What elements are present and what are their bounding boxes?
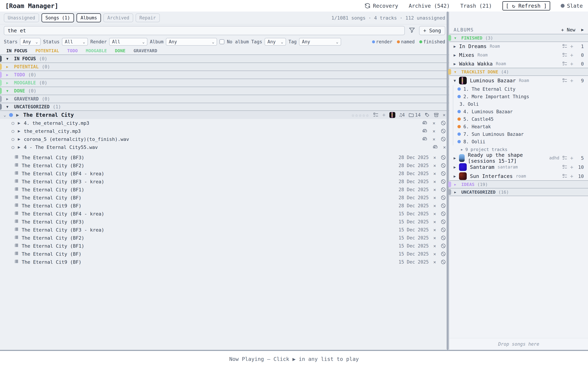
section-uncategorized[interactable]: ▼UNCATEGORIZED(1) xyxy=(0,103,449,111)
archive-button[interactable]: Archive (542) xyxy=(409,3,450,9)
ban-icon[interactable] xyxy=(441,235,446,241)
track-item[interactable]: 3. Ooli xyxy=(453,100,588,108)
filter-funnel-icon[interactable] xyxy=(409,27,415,34)
expand-chevron-icon[interactable]: ▶ xyxy=(454,165,456,169)
close-icon[interactable]: × xyxy=(443,112,446,118)
trash-button[interactable]: Trash (21) xyxy=(460,3,492,9)
status-tab-graveyard[interactable]: GRAVEYARD xyxy=(134,48,157,53)
add-song-button[interactable]: + Song xyxy=(419,26,445,35)
album-row[interactable]: ▶ In Dreams Roam +1 xyxy=(450,42,588,51)
tracklist-icon[interactable] xyxy=(562,78,567,83)
track-item[interactable]: 1. The Eternal City xyxy=(453,85,588,93)
section-in-focus[interactable]: ▼IN FOCUS(0) xyxy=(0,55,449,63)
radio-circle-icon[interactable]: ○ xyxy=(12,120,14,126)
ban-icon[interactable] xyxy=(441,219,446,224)
ban-icon[interactable] xyxy=(441,171,446,176)
version-row[interactable]: The Eternal City (BF2)15 Dec 2025× xyxy=(0,234,449,242)
tracklist-icon[interactable] xyxy=(373,112,379,118)
remove-icon[interactable]: × xyxy=(432,128,435,134)
refresh-button[interactable]: [ ↻ Refresh ] xyxy=(502,1,550,10)
section-done[interactable]: ▼DONE(0) xyxy=(0,87,449,95)
remove-icon[interactable]: × xyxy=(433,259,436,265)
ban-icon[interactable] xyxy=(441,187,446,192)
ban-icon[interactable] xyxy=(441,195,446,200)
expand-chevron-icon[interactable]: ▶ xyxy=(454,62,456,66)
album-row[interactable]: ▶ Sun Interfaces roam +10 xyxy=(450,172,588,181)
song-row[interactable]: ⌄ ▶ The Eternal City ☆☆☆☆☆ + ♫4 14 × xyxy=(0,111,449,119)
track-item[interactable]: 2. More Important Things xyxy=(453,93,588,100)
expand-chevron-icon[interactable]: ▶ xyxy=(454,53,456,57)
file-row[interactable]: ○▶ 4. the_eternal_city.mp3 × xyxy=(0,119,449,127)
ban-icon[interactable] xyxy=(441,251,446,257)
version-row[interactable]: The Eternal City (BF1)28 Dec 2025× xyxy=(0,186,449,194)
add-icon[interactable]: + xyxy=(570,155,573,161)
play-icon[interactable]: ▶ xyxy=(16,112,19,118)
version-row[interactable]: The Eternal City (BF3 - krea)15 Dec 2025… xyxy=(0,226,449,234)
file-row[interactable]: ○▶ corona_5 (eternalcity)(to_finish).wav… xyxy=(0,135,449,143)
version-row[interactable]: The Eternal City (BF)28 Dec 2025× xyxy=(0,194,449,202)
track-item[interactable]: 8. Oolii xyxy=(453,138,588,145)
album-art-thumbnail[interactable] xyxy=(389,112,395,118)
status-tab-done[interactable]: DONE xyxy=(115,48,125,53)
no-album-checkbox[interactable] xyxy=(219,39,224,44)
ban-icon[interactable] xyxy=(441,203,446,208)
tracklist-icon[interactable] xyxy=(562,53,567,58)
expand-chevron-icon[interactable]: ▶ xyxy=(454,156,456,160)
new-album-button[interactable]: + New xyxy=(561,27,575,33)
tab-archived[interactable]: Archived xyxy=(104,13,133,22)
status-tab-todo[interactable]: TODO xyxy=(67,48,78,53)
tag-icon[interactable] xyxy=(424,112,430,118)
album-row-luminous[interactable]: ▼ Luminous Bazaar Roam +9 xyxy=(450,76,588,85)
version-row[interactable]: The Eternal City (BF3)15 Dec 2025× xyxy=(0,218,449,226)
ban-icon[interactable] xyxy=(441,163,446,168)
albums-group-ideas[interactable]: ▶IDEAS(19) xyxy=(450,180,588,188)
play-icon[interactable]: ▶ xyxy=(581,27,584,32)
drive-icon[interactable] xyxy=(432,144,438,150)
slate-toggle[interactable]: Slate xyxy=(561,3,583,9)
remove-icon[interactable]: × xyxy=(433,179,436,184)
ban-icon[interactable] xyxy=(441,211,446,216)
remove-icon[interactable]: × xyxy=(433,243,436,249)
play-icon[interactable]: ▶ xyxy=(18,145,20,150)
radio-circle-icon[interactable]: ○ xyxy=(12,128,14,134)
status-select[interactable]: All⌄ xyxy=(62,38,88,46)
tracklist-icon[interactable] xyxy=(562,44,567,49)
tracklist-icon[interactable] xyxy=(562,156,567,160)
collapse-chevron-icon[interactable]: ⌄ xyxy=(3,113,6,117)
album-row[interactable]: ▶ Wakka Wakka Roam +0 xyxy=(450,59,588,68)
add-icon[interactable]: + xyxy=(570,164,573,170)
tags-select[interactable]: Any⌄ xyxy=(265,38,286,46)
tracklist-icon[interactable] xyxy=(562,165,567,169)
tag-select[interactable]: Any⌄ xyxy=(299,38,341,46)
version-row[interactable]: The Eternal City (BF2)28 Dec 2025× xyxy=(0,161,449,169)
ban-icon[interactable] xyxy=(441,120,446,126)
tab-unassigned[interactable]: Unassigned xyxy=(4,13,39,22)
ban-icon[interactable] xyxy=(441,136,446,142)
radio-circle-icon[interactable]: ○ xyxy=(12,144,14,150)
albums-group-tracklist-done[interactable]: ▼TRACKLIST DONE(4) xyxy=(450,68,588,76)
add-to-list-icon[interactable]: + xyxy=(382,112,386,118)
version-row[interactable]: The Eternal City (BF4 - krea)15 Dec 2025… xyxy=(0,210,449,218)
remove-icon[interactable]: × xyxy=(433,227,436,233)
play-icon[interactable]: ▶ xyxy=(18,137,20,142)
tracklist-icon[interactable] xyxy=(562,61,567,66)
version-row[interactable]: The Eternal Cit9 (BF)28 Dec 2025× xyxy=(0,202,449,210)
remove-icon[interactable]: × xyxy=(433,163,436,168)
tab-repair[interactable]: Repair xyxy=(136,13,160,22)
album-row[interactable]: ▶ Ready up the shape [sessions 15-17] ad… xyxy=(450,153,588,163)
section-moogable[interactable]: ▶MOOGABLE(0) xyxy=(0,79,449,87)
remove-icon[interactable]: × xyxy=(433,187,436,192)
render-select[interactable]: All⌄ xyxy=(109,38,147,46)
archive-box-icon[interactable] xyxy=(434,112,439,118)
search-input[interactable] xyxy=(4,26,405,35)
remove-icon[interactable]: × xyxy=(433,155,436,160)
version-row[interactable]: The Eternal City (BF3)28 Dec 2025× xyxy=(0,153,449,161)
remove-icon[interactable]: × xyxy=(433,235,436,241)
expand-chevron-icon[interactable]: ▶ xyxy=(454,44,456,49)
remove-icon[interactable]: × xyxy=(433,203,436,209)
drive-icon[interactable] xyxy=(422,136,427,142)
status-tab-in-focus[interactable]: IN FOCUS xyxy=(6,48,27,53)
version-row[interactable]: The Eternal Cit9 (BF)15 Dec 2025× xyxy=(0,258,449,266)
albums-group-uncategorized[interactable]: ▶UNCATEGORIZED(16) xyxy=(450,188,588,196)
status-tab-potential[interactable]: POTENTIAL xyxy=(35,48,59,53)
